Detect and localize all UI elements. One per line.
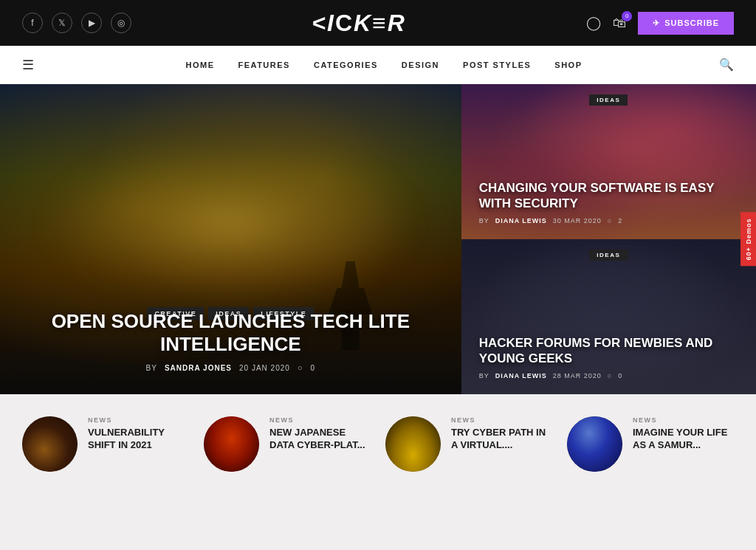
top-bar: f 𝕏 ▶ ◎ <ICK≡R ◯ 🛍 0 ✈ SUBSCRIBE bbox=[0, 0, 756, 46]
hero-main[interactable]: CREATIVE IDEAS LIFESTYLE OPEN SOURCE LAU… bbox=[0, 84, 461, 394]
news-section: NEWS VULNERABILITY SHIFT IN 2021 NEWS NE… bbox=[0, 394, 756, 487]
hero-author: SANDRA JONES bbox=[165, 364, 232, 372]
comment-icon: ○ bbox=[298, 363, 303, 372]
news-item-4[interactable]: NEWS IMAGINE YOUR LIFE AS A SAMUR... bbox=[567, 416, 734, 472]
news-title-3: TRY CYBER PATH IN A VIRTUAL.... bbox=[451, 427, 552, 452]
news-title-2: NEW JAPANESE DATA CYBER-PLAT... bbox=[269, 427, 371, 452]
nav-features[interactable]: FEATURES bbox=[238, 61, 289, 69]
news-thumb-1 bbox=[22, 416, 78, 472]
by-label-c2: BY bbox=[479, 372, 489, 379]
nav-bar: ☰ HOME FEATURES CATEGORIES DESIGN POST S… bbox=[0, 46, 756, 84]
news-thumb-3 bbox=[385, 416, 441, 472]
card2-content: HACKER FORUMS FOR NEWBIES AND YOUNG GEEK… bbox=[461, 336, 756, 379]
comment-icon-c1: ○ bbox=[608, 217, 612, 224]
subscribe-icon: ✈ bbox=[653, 18, 660, 28]
hero-section: CREATIVE IDEAS LIFESTYLE OPEN SOURCE LAU… bbox=[0, 84, 756, 394]
hero-card-2[interactable]: IDEAS HACKER FORUMS FOR NEWBIES AND YOUN… bbox=[461, 239, 756, 394]
cloud-effect bbox=[46, 146, 415, 301]
hero-card-1[interactable]: IDEAS CHANGING YOUR SOFTWARE IS EASY WIT… bbox=[461, 84, 756, 239]
instagram-icon[interactable]: ◎ bbox=[111, 13, 131, 33]
by-label-c1: BY bbox=[479, 217, 489, 224]
by-label: BY bbox=[146, 364, 157, 372]
news-content-3: NEWS TRY CYBER PATH IN A VIRTUAL.... bbox=[451, 416, 552, 452]
card1-meta: BY DIANA LEWIS 30 MAR 2020 ○ 2 bbox=[479, 217, 738, 224]
hero-main-meta: BY SANDRA JONES 20 JAN 2020 ○ 0 bbox=[30, 363, 432, 372]
news-content-4: NEWS IMAGINE YOUR LIFE AS A SAMUR... bbox=[633, 416, 734, 452]
hero-main-title: OPEN SOURCE LAUNCHES TECH LITE INTELLIGE… bbox=[30, 310, 432, 356]
user-icon[interactable]: ◯ bbox=[586, 15, 601, 31]
news-grid: NEWS VULNERABILITY SHIFT IN 2021 NEWS NE… bbox=[22, 416, 734, 472]
card2-comments: 0 bbox=[618, 372, 622, 379]
hamburger-menu[interactable]: ☰ bbox=[22, 57, 34, 73]
card1-author: DIANA LEWIS bbox=[495, 217, 547, 224]
subscribe-button[interactable]: ✈ SUBSCRIBE bbox=[638, 12, 734, 35]
social-icons: f 𝕏 ▶ ◎ bbox=[22, 13, 131, 33]
hero-date: 20 JAN 2020 bbox=[239, 364, 290, 372]
nav-categories[interactable]: CATEGORIES bbox=[314, 61, 378, 69]
nav-home[interactable]: HOME bbox=[185, 61, 214, 69]
news-item-3[interactable]: NEWS TRY CYBER PATH IN A VIRTUAL.... bbox=[385, 416, 552, 472]
card2-date: 28 MAR 2020 bbox=[553, 372, 602, 379]
hero-comments: 0 bbox=[310, 364, 315, 372]
nav-links: HOME FEATURES CATEGORIES DESIGN POST STY… bbox=[49, 61, 719, 69]
site-logo[interactable]: <ICK≡R bbox=[312, 10, 406, 37]
news-title-1: VULNERABILITY SHIFT IN 2021 bbox=[88, 427, 189, 452]
nav-design[interactable]: DESIGN bbox=[402, 61, 439, 69]
card2-author: DIANA LEWIS bbox=[495, 372, 547, 379]
top-right-actions: ◯ 🛍 0 ✈ SUBSCRIBE bbox=[586, 12, 734, 35]
card2-label[interactable]: IDEAS bbox=[589, 250, 628, 261]
twitter-icon[interactable]: 𝕏 bbox=[52, 13, 72, 33]
news-item-2[interactable]: NEWS NEW JAPANESE DATA CYBER-PLAT... bbox=[204, 416, 371, 472]
news-thumb-4 bbox=[567, 416, 622, 472]
news-content-1: NEWS VULNERABILITY SHIFT IN 2021 bbox=[88, 416, 189, 452]
youtube-icon[interactable]: ▶ bbox=[81, 13, 102, 33]
news-category-3: NEWS bbox=[451, 416, 552, 424]
cart-icon[interactable]: 🛍 0 bbox=[613, 16, 626, 31]
comment-icon-c2: ○ bbox=[608, 372, 612, 379]
card1-date: 30 MAR 2020 bbox=[553, 217, 602, 224]
card1-comments: 2 bbox=[618, 217, 622, 224]
news-title-4: IMAGINE YOUR LIFE AS A SAMUR... bbox=[633, 427, 734, 452]
news-item-1[interactable]: NEWS VULNERABILITY SHIFT IN 2021 bbox=[22, 416, 189, 472]
search-icon[interactable]: 🔍 bbox=[719, 58, 734, 72]
hero-main-content: OPEN SOURCE LAUNCHES TECH LITE INTELLIGE… bbox=[0, 310, 461, 372]
card1-label[interactable]: IDEAS bbox=[589, 94, 628, 106]
news-category-1: NEWS bbox=[88, 416, 189, 424]
facebook-icon[interactable]: f bbox=[22, 13, 43, 33]
demos-tab[interactable]: 60+ Demos bbox=[740, 213, 756, 267]
nav-shop[interactable]: SHOP bbox=[554, 61, 582, 69]
hero-side: 60+ Demos IDEAS CHANGING YOUR SOFTWARE I… bbox=[461, 84, 756, 394]
card1-content: CHANGING YOUR SOFTWARE IS EASY WITH SECU… bbox=[461, 181, 756, 224]
news-content-2: NEWS NEW JAPANESE DATA CYBER-PLAT... bbox=[269, 416, 371, 452]
news-category-2: NEWS bbox=[269, 416, 371, 424]
nav-post-styles[interactable]: POST STYLES bbox=[463, 61, 531, 69]
news-thumb-2 bbox=[204, 416, 259, 472]
card2-title: HACKER FORUMS FOR NEWBIES AND YOUNG GEEK… bbox=[479, 336, 738, 366]
demos-tab-wrapper: 60+ Demos bbox=[740, 213, 756, 267]
card2-meta: BY DIANA LEWIS 28 MAR 2020 ○ 0 bbox=[479, 372, 738, 379]
card1-title: CHANGING YOUR SOFTWARE IS EASY WITH SECU… bbox=[479, 181, 738, 211]
news-category-4: NEWS bbox=[633, 416, 734, 424]
cart-badge: 0 bbox=[622, 11, 632, 21]
